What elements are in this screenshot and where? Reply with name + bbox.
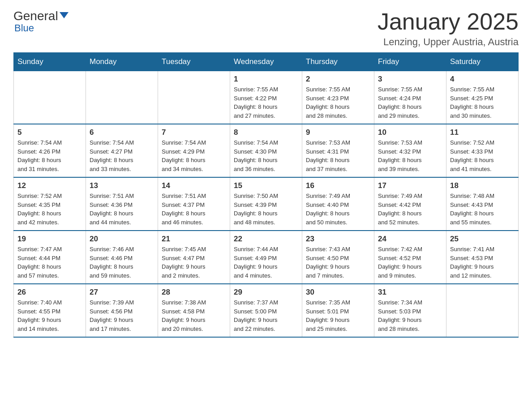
day-number: 3 — [378, 75, 442, 84]
day-info: Sunrise: 7:54 AM Sunset: 4:26 PM Dayligh… — [17, 138, 82, 173]
calendar-cell: 8Sunrise: 7:54 AM Sunset: 4:30 PM Daylig… — [230, 124, 302, 177]
day-number: 25 — [450, 235, 515, 244]
calendar-cell: 26Sunrise: 7:40 AM Sunset: 4:55 PM Dayli… — [14, 284, 86, 337]
week-row-1: 1Sunrise: 7:55 AM Sunset: 4:22 PM Daylig… — [14, 71, 519, 124]
day-number: 10 — [378, 128, 442, 137]
day-info: Sunrise: 7:38 AM Sunset: 4:58 PM Dayligh… — [162, 298, 226, 333]
day-info: Sunrise: 7:43 AM Sunset: 4:50 PM Dayligh… — [306, 245, 370, 280]
page-header: General Blue January 2025 Lenzing, Upper… — [13, 9, 519, 48]
day-number: 14 — [162, 181, 226, 190]
day-info: Sunrise: 7:55 AM Sunset: 4:23 PM Dayligh… — [306, 85, 370, 120]
calendar-cell: 11Sunrise: 7:52 AM Sunset: 4:33 PM Dayli… — [446, 124, 519, 177]
calendar-cell — [14, 71, 86, 124]
day-number: 30 — [306, 288, 370, 297]
location-text: Lenzing, Upper Austria, Austria — [378, 36, 519, 48]
calendar-cell: 6Sunrise: 7:54 AM Sunset: 4:27 PM Daylig… — [86, 124, 158, 177]
calendar-cell: 7Sunrise: 7:54 AM Sunset: 4:29 PM Daylig… — [158, 124, 230, 177]
calendar-cell: 17Sunrise: 7:49 AM Sunset: 4:42 PM Dayli… — [374, 177, 446, 231]
week-row-2: 5Sunrise: 7:54 AM Sunset: 4:26 PM Daylig… — [14, 124, 519, 177]
calendar-cell: 13Sunrise: 7:51 AM Sunset: 4:36 PM Dayli… — [86, 177, 158, 231]
day-info: Sunrise: 7:54 AM Sunset: 4:27 PM Dayligh… — [90, 138, 154, 173]
month-year-title: January 2025 — [378, 9, 519, 34]
day-info: Sunrise: 7:52 AM Sunset: 4:33 PM Dayligh… — [450, 138, 515, 173]
day-number: 28 — [162, 288, 226, 297]
day-number: 16 — [306, 181, 370, 190]
calendar-cell: 9Sunrise: 7:53 AM Sunset: 4:31 PM Daylig… — [302, 124, 374, 177]
day-number: 27 — [90, 288, 154, 297]
day-info: Sunrise: 7:54 AM Sunset: 4:30 PM Dayligh… — [234, 138, 298, 173]
calendar-cell: 23Sunrise: 7:43 AM Sunset: 4:50 PM Dayli… — [302, 231, 374, 284]
calendar-header-row: SundayMondayTuesdayWednesdayThursdayFrid… — [14, 53, 519, 71]
calendar-cell: 4Sunrise: 7:55 AM Sunset: 4:25 PM Daylig… — [446, 71, 519, 124]
header-thursday: Thursday — [302, 53, 374, 71]
calendar-cell: 21Sunrise: 7:45 AM Sunset: 4:47 PM Dayli… — [158, 231, 230, 284]
day-info: Sunrise: 7:34 AM Sunset: 5:03 PM Dayligh… — [378, 298, 442, 333]
logo-triangle-icon — [60, 12, 69, 18]
day-number: 11 — [450, 128, 515, 137]
day-number: 15 — [234, 181, 298, 190]
calendar-cell: 3Sunrise: 7:55 AM Sunset: 4:24 PM Daylig… — [374, 71, 446, 124]
logo: General Blue — [13, 9, 69, 34]
day-info: Sunrise: 7:49 AM Sunset: 4:40 PM Dayligh… — [306, 192, 370, 227]
week-row-4: 19Sunrise: 7:47 AM Sunset: 4:44 PM Dayli… — [14, 231, 519, 284]
header-monday: Monday — [86, 53, 158, 71]
day-number: 13 — [90, 181, 154, 190]
day-info: Sunrise: 7:55 AM Sunset: 4:25 PM Dayligh… — [450, 85, 515, 120]
day-info: Sunrise: 7:53 AM Sunset: 4:31 PM Dayligh… — [306, 138, 370, 173]
calendar-cell: 14Sunrise: 7:51 AM Sunset: 4:37 PM Dayli… — [158, 177, 230, 231]
day-info: Sunrise: 7:47 AM Sunset: 4:44 PM Dayligh… — [17, 245, 82, 280]
calendar-cell: 20Sunrise: 7:46 AM Sunset: 4:46 PM Dayli… — [86, 231, 158, 284]
calendar-cell: 16Sunrise: 7:49 AM Sunset: 4:40 PM Dayli… — [302, 177, 374, 231]
day-info: Sunrise: 7:40 AM Sunset: 4:55 PM Dayligh… — [17, 298, 82, 333]
day-number: 24 — [378, 235, 442, 244]
calendar-cell: 12Sunrise: 7:52 AM Sunset: 4:35 PM Dayli… — [14, 177, 86, 231]
calendar-cell: 29Sunrise: 7:37 AM Sunset: 5:00 PM Dayli… — [230, 284, 302, 337]
header-sunday: Sunday — [14, 53, 86, 71]
day-number: 4 — [450, 75, 515, 84]
day-number: 2 — [306, 75, 370, 84]
day-info: Sunrise: 7:51 AM Sunset: 4:37 PM Dayligh… — [162, 192, 226, 227]
calendar-cell: 24Sunrise: 7:42 AM Sunset: 4:52 PM Dayli… — [374, 231, 446, 284]
calendar-cell: 1Sunrise: 7:55 AM Sunset: 4:22 PM Daylig… — [230, 71, 302, 124]
day-info: Sunrise: 7:39 AM Sunset: 4:56 PM Dayligh… — [90, 298, 154, 333]
day-number: 18 — [450, 181, 515, 190]
calendar-cell: 5Sunrise: 7:54 AM Sunset: 4:26 PM Daylig… — [14, 124, 86, 177]
calendar-cell: 2Sunrise: 7:55 AM Sunset: 4:23 PM Daylig… — [302, 71, 374, 124]
calendar-cell: 18Sunrise: 7:48 AM Sunset: 4:43 PM Dayli… — [446, 177, 519, 231]
day-info: Sunrise: 7:42 AM Sunset: 4:52 PM Dayligh… — [378, 245, 442, 280]
day-info: Sunrise: 7:51 AM Sunset: 4:36 PM Dayligh… — [90, 192, 154, 227]
logo-blue-text: Blue — [14, 22, 34, 34]
day-info: Sunrise: 7:37 AM Sunset: 5:00 PM Dayligh… — [234, 298, 298, 333]
calendar-cell: 30Sunrise: 7:35 AM Sunset: 5:01 PM Dayli… — [302, 284, 374, 337]
day-info: Sunrise: 7:46 AM Sunset: 4:46 PM Dayligh… — [90, 245, 154, 280]
day-number: 22 — [234, 235, 298, 244]
calendar-cell — [86, 71, 158, 124]
calendar-cell: 27Sunrise: 7:39 AM Sunset: 4:56 PM Dayli… — [86, 284, 158, 337]
day-info: Sunrise: 7:41 AM Sunset: 4:53 PM Dayligh… — [450, 245, 515, 280]
calendar-table: SundayMondayTuesdayWednesdayThursdayFrid… — [13, 52, 519, 338]
header-saturday: Saturday — [446, 53, 519, 71]
day-number: 20 — [90, 235, 154, 244]
day-number: 1 — [234, 75, 298, 84]
day-number: 31 — [378, 288, 442, 297]
calendar-cell: 19Sunrise: 7:47 AM Sunset: 4:44 PM Dayli… — [14, 231, 86, 284]
day-number: 8 — [234, 128, 298, 137]
logo-general-text: General — [13, 9, 58, 23]
day-number: 19 — [17, 235, 82, 244]
day-number: 29 — [234, 288, 298, 297]
day-info: Sunrise: 7:50 AM Sunset: 4:39 PM Dayligh… — [234, 192, 298, 227]
day-number: 12 — [17, 181, 82, 190]
week-row-5: 26Sunrise: 7:40 AM Sunset: 4:55 PM Dayli… — [14, 284, 519, 337]
day-info: Sunrise: 7:54 AM Sunset: 4:29 PM Dayligh… — [162, 138, 226, 173]
day-number: 9 — [306, 128, 370, 137]
day-number: 7 — [162, 128, 226, 137]
day-info: Sunrise: 7:44 AM Sunset: 4:49 PM Dayligh… — [234, 245, 298, 280]
calendar-cell: 25Sunrise: 7:41 AM Sunset: 4:53 PM Dayli… — [446, 231, 519, 284]
header-friday: Friday — [374, 53, 446, 71]
calendar-cell: 28Sunrise: 7:38 AM Sunset: 4:58 PM Dayli… — [158, 284, 230, 337]
calendar-cell: 10Sunrise: 7:53 AM Sunset: 4:32 PM Dayli… — [374, 124, 446, 177]
day-info: Sunrise: 7:55 AM Sunset: 4:24 PM Dayligh… — [378, 85, 442, 120]
day-number: 5 — [17, 128, 82, 137]
day-number: 23 — [306, 235, 370, 244]
day-info: Sunrise: 7:55 AM Sunset: 4:22 PM Dayligh… — [234, 85, 298, 120]
